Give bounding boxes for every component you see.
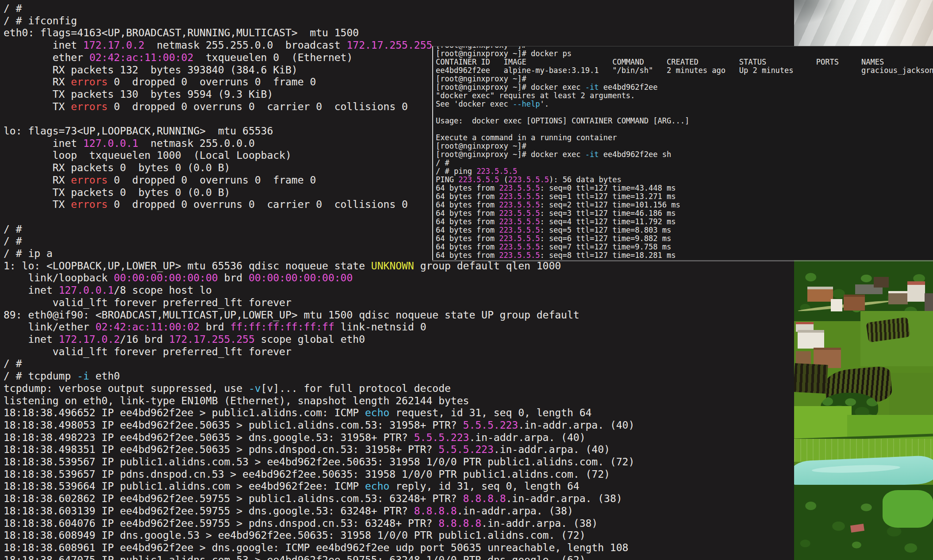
photo-house [796, 351, 811, 364]
terminal-line: 64 bytes from 223.5.5.5: seq=3 ttl=127 t… [436, 209, 933, 218]
photo-house [798, 330, 824, 349]
terminal-line: 64 bytes from 223.5.5.5: seq=2 ttl=127 t… [436, 201, 933, 209]
terminal-line: 18:18:38.608961 IP ee4bd962f2ee > dns.go… [4, 542, 794, 554]
photo-field [794, 406, 852, 439]
terminal-line: link/ether 02:42:ac:11:00:02 brd ff:ff:f… [4, 321, 794, 334]
terminal-line: inet 172.17.0.2/16 brd 172.17.255.255 sc… [4, 334, 794, 346]
terminal-line: 18:18:38.498053 IP ee4bd962f2ee.50635 > … [4, 419, 794, 432]
terminal-line: PING 223.5.5.5 (223.5.5.5): 56 data byte… [436, 176, 933, 184]
terminal-line: valid_lft forever preferred_lft forever [4, 297, 794, 309]
terminal-line: / # [4, 3, 794, 15]
terminal-line: [root@nginxproxy ~]# docker exec -it ee4… [436, 150, 933, 159]
wallpaper-sky-photo [794, 0, 933, 47]
photo-house [874, 277, 889, 288]
terminal-line: 18:18:38.498223 IP ee4bd962f2ee.50635 > … [4, 432, 794, 444]
terminal-line: CONTAINER ID IMAGE COMMAND CREATED STATU… [436, 58, 933, 66]
terminal-line: 64 bytes from 223.5.5.5: seq=6 ttl=127 t… [436, 234, 933, 243]
terminal-line: 64 bytes from 223.5.5.5: seq=9 ttl=127 t… [436, 260, 933, 260]
photo-field [889, 373, 933, 415]
photo-house [925, 293, 933, 311]
terminal-line: 18:18:38.604076 IP ee4bd962f2ee.59755 > … [4, 518, 794, 530]
terminal-line: 64 bytes from 223.5.5.5: seq=4 ttl=127 t… [436, 218, 933, 226]
terminal-line: 18:18:38.608949 IP dns.google.53 > ee4bd… [4, 529, 794, 542]
terminal-line: 89: eth0@if90: <BROADCAST,MULTICAST,UP,L… [4, 309, 794, 322]
terminal-line: / # [436, 159, 933, 167]
photo-house [888, 291, 908, 304]
terminal-line [436, 108, 933, 117]
photo-grass-patch [883, 490, 933, 528]
terminal-line: 64 bytes from 223.5.5.5: seq=5 ttl=127 t… [436, 226, 933, 234]
terminal-line: 64 bytes from 223.5.5.5: seq=1 ttl=127 t… [436, 192, 933, 201]
terminal-line: link/loopback 00:00:00:00:00:00 brd 00:0… [4, 272, 794, 284]
terminal-line: 64 bytes from 223.5.5.5: seq=7 ttl=127 t… [436, 243, 933, 251]
terminal-line: [root@nginxproxy ~]# docker exec -it ee4… [436, 83, 933, 92]
terminal-line: 18:18:38.603139 IP ee4bd962f2ee.59755 > … [4, 505, 794, 518]
terminal-line: Execute a command in a running container [436, 134, 933, 142]
terminal-line: ee4bd962f2ee alpine-my-base:3.19.1 "/bin… [436, 66, 933, 75]
terminal-line: 18:18:38.539657 IP pdns.dnspod.cn.53 > e… [4, 468, 794, 481]
terminal-line [436, 125, 933, 134]
terminal-line: / # ifconfig [4, 15, 794, 27]
desktop: / #/ # ifconfigeth0: flags=4163<UP,BROAD… [0, 0, 933, 560]
terminal-line: 18:18:38.496652 IP ee4bd962f2ee > public… [4, 407, 794, 419]
photo-field-plowed [794, 363, 828, 394]
terminal-line: / # [4, 358, 794, 370]
terminal-line: Usage: docker exec [OPTIONS] CONTAINER C… [436, 117, 933, 125]
terminal-line: / # ping 223.5.5.5 [436, 167, 933, 176]
terminal-line: 18:18:38.539567 IP public1.alidns.com.53… [4, 456, 794, 468]
terminal-line: valid_lft forever preferred_lft forever [4, 346, 794, 358]
terminal-line: 1: lo: <LOOPBACK,UP,LOWER_UP> mtu 65536 … [4, 260, 794, 272]
terminal-line: "docker exec" requires at least 2 argume… [436, 92, 933, 100]
photo-house [831, 299, 842, 311]
terminal-line: 18:18:38.498351 IP ee4bd962f2ee.50635 > … [4, 444, 794, 456]
terminal-line: listening on eth0, link-type EN10MB (Eth… [4, 395, 794, 407]
photo-house [907, 281, 925, 302]
terminal-line: 18:18:38.602862 IP ee4bd962f2ee.59755 > … [4, 493, 794, 505]
terminal-line: [root@nginxproxy ~]# docker ps [436, 50, 933, 58]
terminal-line: [root@nginxproxy ~]# [436, 75, 933, 83]
terminal-line: See 'docker exec --help'. [436, 100, 933, 108]
terminal-line: 64 bytes from 223.5.5.5: seq=8 ttl=127 t… [436, 251, 933, 260]
photo-house [844, 295, 865, 311]
terminal-line: [root@nginxproxy ~]# [436, 142, 933, 150]
terminal-line: inet 127.0.0.1/8 scope host lo [4, 284, 794, 297]
photo-house [807, 287, 833, 302]
overlay-terminal-output: [root@nginxproxy ~]#[root@nginxproxy ~]#… [436, 46, 933, 260]
terminal-line: / # tcpdump -i eth0 [4, 370, 794, 383]
terminal-line: eth0: flags=4163<UP,BROADCAST,RUNNING,MU… [4, 27, 794, 39]
terminal-line: 18:18:38.539664 IP public1.alidns.com > … [4, 480, 794, 493]
wallpaper-village-photo [794, 260, 933, 560]
terminal-line: tcpdump: verbose output suppressed, use … [4, 383, 794, 395]
terminal-line: 18:18:38.647075 IP public1.alidns.com.53… [4, 554, 794, 560]
terminal-line: 64 bytes from 223.5.5.5: seq=0 ttl=127 t… [436, 184, 933, 192]
terminal-window-host-shell[interactable]: [root@nginxproxy ~]#[root@nginxproxy ~]#… [432, 46, 933, 260]
